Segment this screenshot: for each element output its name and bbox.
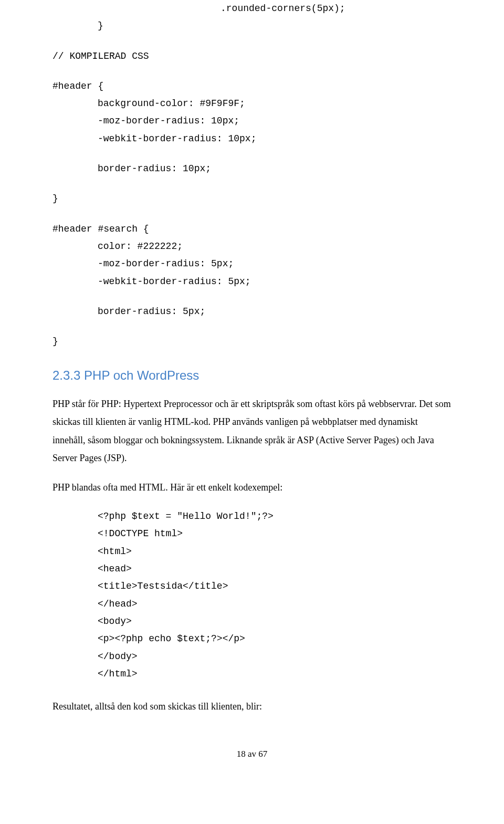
- code-line: }: [52, 190, 452, 207]
- code-line: // KOMPILERAD CSS: [52, 48, 452, 65]
- code-line: border-radius: 10px;: [52, 160, 452, 178]
- body-paragraph: Resultatet, alltså den kod som skickas t…: [52, 697, 452, 715]
- code-line: </head>: [52, 596, 452, 613]
- code-line: #header #search {: [52, 221, 452, 238]
- code-line: color: #222222;: [52, 238, 452, 255]
- code-line: -webkit-border-radius: 10px;: [52, 130, 452, 148]
- code-line: <body>: [52, 613, 452, 630]
- code-line: }: [52, 17, 452, 35]
- code-line: <?php $text = "Hello World!";?>: [52, 508, 452, 525]
- code-line: background-color: #9F9F9F;: [52, 95, 452, 112]
- body-paragraph: PHP blandas ofta med HTML. Här är ett en…: [52, 478, 452, 496]
- code-line: </html>: [52, 665, 452, 683]
- code-line: .rounded-corners(5px);: [52, 0, 452, 17]
- body-paragraph: PHP står för PHP: Hypertext Preprocessor…: [52, 395, 452, 467]
- section-heading: 2.3.3 PHP och WordPress: [52, 365, 452, 387]
- code-line: -moz-border-radius: 10px;: [52, 112, 452, 130]
- code-line: </body>: [52, 648, 452, 665]
- code-line: }: [52, 333, 452, 350]
- code-line: <p><?php echo $text;?></p>: [52, 630, 452, 648]
- code-line: -moz-border-radius: 5px;: [52, 255, 452, 273]
- code-line: <head>: [52, 560, 452, 578]
- code-line: #header {: [52, 78, 452, 95]
- code-line: <html>: [52, 543, 452, 560]
- code-line: border-radius: 5px;: [52, 303, 452, 320]
- code-block: <?php $text = "Hello World!";?> <!DOCTYP…: [52, 508, 452, 683]
- code-line: -webkit-border-radius: 5px;: [52, 273, 452, 290]
- page-number: 18 av 67: [52, 747, 452, 762]
- code-line: <!DOCTYPE html>: [52, 525, 452, 543]
- code-line: <title>Testsida</title>: [52, 578, 452, 595]
